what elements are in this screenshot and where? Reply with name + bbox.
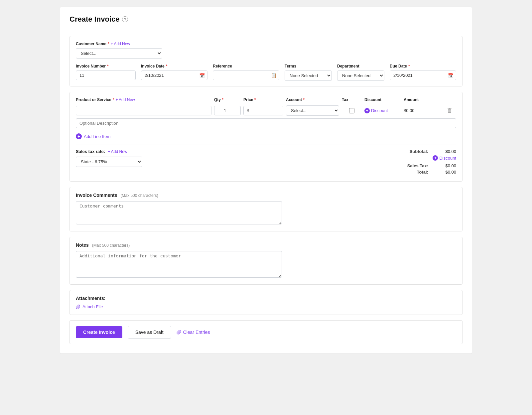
reference-field: Reference 📋 — [213, 64, 279, 81]
terms-select[interactable]: None Selected — [285, 70, 332, 81]
clear-entries-button[interactable]: Clear Entries — [177, 330, 210, 335]
col-product: Product or Service * + Add New — [76, 97, 211, 102]
product-add-new[interactable]: + Add New — [115, 97, 135, 102]
sales-tax-select[interactable]: State - 6.75% — [76, 157, 142, 167]
department-select[interactable]: None Selected — [337, 70, 384, 81]
page-container: Create Invoice ? Customer Name * + Add N… — [60, 7, 472, 354]
optional-description-row — [76, 118, 456, 128]
line-items-header: Product or Service * + Add New Qty * Pri… — [76, 97, 456, 102]
price-input[interactable] — [243, 106, 283, 115]
col-price: Price * — [243, 97, 283, 102]
customer-add-new[interactable]: + Add New — [111, 42, 130, 46]
customer-section: Customer Name * + Add New Select... Invo… — [69, 36, 463, 86]
save-as-draft-button[interactable]: Save as Draft — [128, 326, 171, 339]
page-title: Create Invoice — [69, 15, 119, 24]
col-discount: Discount — [364, 97, 401, 102]
table-row: $ Select... + Discount $0.00 — [76, 105, 456, 116]
line-item-discount-button[interactable]: + Discount — [364, 108, 388, 113]
invoice-number-field: Invoice Number * — [76, 64, 136, 81]
attach-file-button[interactable]: Attach File — [76, 304, 103, 309]
notes-textarea[interactable] — [76, 251, 282, 278]
total-row: Total: $0.00 — [370, 170, 456, 175]
invoice-number-input[interactable] — [76, 70, 136, 80]
create-invoice-button[interactable]: Create Invoice — [76, 326, 122, 338]
page-title-row: Create Invoice ? — [69, 15, 463, 29]
delete-line-item-button[interactable] — [443, 108, 456, 113]
terms-field: Terms None Selected — [285, 64, 332, 81]
sales-tax-section: Sales tax rate: + Add New State - 6.75% — [76, 149, 162, 167]
totals-discount-button[interactable]: + Discount — [370, 155, 456, 161]
col-amount: Amount — [404, 97, 440, 102]
sales-tax-add-new[interactable]: + Add New — [108, 149, 127, 154]
due-date-field: Due Date * 📅 — [390, 64, 456, 81]
product-input[interactable] — [76, 106, 211, 115]
department-field: Department None Selected — [337, 64, 384, 81]
account-select[interactable]: Select... — [286, 105, 339, 116]
tax-checkbox[interactable] — [349, 108, 354, 113]
col-tax: Tax — [342, 97, 362, 102]
comments-section: Invoice Comments (Max 500 characters) — [69, 187, 463, 231]
help-icon[interactable]: ? — [122, 16, 128, 22]
comments-textarea[interactable] — [76, 201, 282, 224]
due-date-input[interactable] — [390, 70, 456, 80]
sales-tax-totals-row: Sales tax rate: + Add New State - 6.75% … — [76, 149, 456, 176]
customer-select-wrap: Select... — [76, 48, 162, 59]
action-bar: Create Invoice Save as Draft Clear Entri… — [69, 320, 463, 344]
optional-description-input[interactable] — [76, 118, 456, 128]
discount-plus-icon: + — [364, 108, 370, 113]
invoice-date-input[interactable] — [141, 70, 207, 80]
reference-input[interactable] — [213, 70, 279, 80]
qty-input[interactable] — [214, 106, 241, 115]
attachments-section: Attachments: Attach File — [69, 290, 463, 315]
invoice-date-field: Invoice Date * 📅 — [141, 64, 207, 81]
customer-label: Customer Name * + Add New — [76, 42, 456, 46]
totals-discount-plus-icon: + — [433, 155, 438, 161]
col-account: Account * — [286, 97, 339, 102]
customer-select[interactable]: Select... — [76, 48, 162, 59]
line-items-section: Product or Service * + Add New Qty * Pri… — [69, 92, 463, 182]
subtotal-row: Subtotal: $0.00 — [370, 149, 456, 154]
line-item-amount: $0.00 — [404, 108, 440, 113]
notes-section: Notes (Max 500 characters) — [69, 237, 463, 285]
col-qty: Qty * — [214, 97, 241, 102]
add-line-item-button[interactable]: + Add Line Item — [76, 132, 110, 141]
invoice-fields-row: Invoice Number * Invoice Date * 📅 — [76, 64, 456, 81]
totals-section: Subtotal: $0.00 + Discount Sales Tax: $0… — [370, 149, 456, 176]
add-line-item-plus-icon: + — [76, 133, 82, 139]
sales-tax-total-row: Sales Tax: $0.00 — [370, 163, 456, 168]
